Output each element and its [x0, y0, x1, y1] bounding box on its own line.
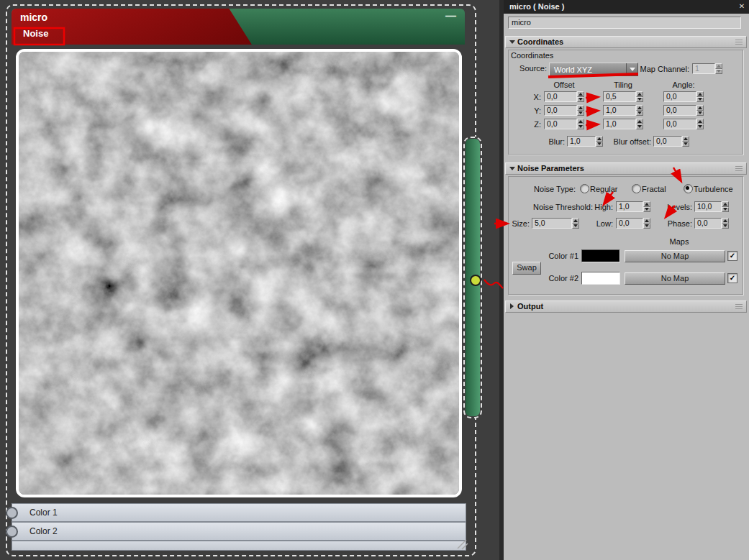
- swap-button[interactable]: Swap: [512, 262, 541, 275]
- source-dropdown[interactable]: World XYZ: [549, 63, 638, 76]
- angle-y-spinner[interactable]: 0,0: [663, 105, 704, 116]
- spinner-down-icon[interactable]: [636, 124, 643, 130]
- color2-label: Color #2: [544, 274, 578, 283]
- spinner-value: 0,0: [616, 218, 643, 229]
- rollout-open-icon: [509, 40, 515, 44]
- radio-turbulence-label[interactable]: Turbulence: [694, 185, 733, 194]
- z-axis-label: Z:: [528, 120, 541, 129]
- node-slot-color1[interactable]: Color 1: [12, 503, 466, 522]
- node-header[interactable]: micro Noise —: [12, 9, 465, 45]
- spinner-up-icon[interactable]: [636, 105, 643, 111]
- spinner-down-icon[interactable]: [636, 97, 643, 103]
- tiling-z-spinner[interactable]: 1,0: [603, 119, 643, 129]
- spinner-up-icon[interactable]: [577, 105, 584, 111]
- blur-spinner[interactable]: 1,0: [567, 136, 603, 147]
- spinner-up-icon[interactable]: [577, 91, 584, 97]
- color1-socket[interactable]: [6, 507, 18, 519]
- minimize-icon[interactable]: —: [445, 9, 456, 22]
- color1-swatch[interactable]: [581, 249, 620, 262]
- radio-fractal-label[interactable]: Fractal: [642, 185, 666, 194]
- spinner-up-icon[interactable]: [722, 201, 729, 207]
- tiling-x-spinner[interactable]: 0,5: [603, 91, 643, 102]
- spinner-down-icon[interactable]: [643, 207, 650, 213]
- blur-offset-spinner[interactable]: 0,0: [653, 136, 689, 147]
- high-spinner[interactable]: 1,0: [616, 201, 650, 212]
- node-output-connector[interactable]: [470, 275, 481, 286]
- offset-y-spinner[interactable]: 0,0: [544, 105, 584, 116]
- color1-map-button[interactable]: No Map: [625, 250, 725, 262]
- panel-titlebar[interactable]: micro ( Noise ) ✕: [504, 0, 749, 14]
- slot-label: Color 2: [29, 526, 58, 536]
- spinner-up-icon[interactable]: [696, 119, 704, 124]
- rollout-output[interactable]: Output: [505, 300, 747, 313]
- map-channel-spinner[interactable]: 1: [692, 63, 722, 74]
- size-spinner[interactable]: 5,0: [532, 218, 579, 229]
- spinner-up-icon[interactable]: [643, 218, 650, 224]
- color2-swatch[interactable]: [581, 272, 620, 285]
- tiling-y-spinner[interactable]: 1,0: [603, 105, 643, 116]
- low-spinner[interactable]: 0,0: [616, 218, 650, 229]
- radio-fractal[interactable]: [632, 184, 641, 193]
- radio-regular-label[interactable]: Regular: [590, 185, 618, 194]
- rollout-coordinates[interactable]: Coordinates: [505, 36, 747, 48]
- spinner-down-icon[interactable]: [722, 207, 729, 213]
- x-axis-label: X:: [528, 93, 541, 102]
- spinner-up-icon[interactable]: [682, 136, 689, 142]
- spinner-down-icon[interactable]: [682, 142, 689, 147]
- spinner-value: 0,0: [663, 119, 696, 129]
- rollout-noise-parameters[interactable]: Noise Parameters: [505, 162, 747, 175]
- radio-turbulence[interactable]: [684, 184, 693, 193]
- spinner-up-icon[interactable]: [577, 119, 584, 124]
- spinner-up-icon[interactable]: [636, 119, 643, 124]
- spinner-down-icon[interactable]: [572, 224, 579, 229]
- panel-title: micro ( Noise ): [509, 2, 564, 11]
- color2-map-button[interactable]: No Map: [625, 272, 725, 285]
- spinner-down-icon[interactable]: [643, 224, 650, 229]
- phase-spinner[interactable]: 0,0: [694, 218, 729, 229]
- spinner-down-icon[interactable]: [696, 111, 704, 116]
- radio-regular[interactable]: [580, 184, 589, 193]
- rollout-grip-icon[interactable]: [735, 304, 743, 310]
- offset-column-label: Offset: [544, 81, 584, 90]
- angle-x-spinner[interactable]: 0,0: [663, 91, 704, 102]
- spinner-down-icon[interactable]: [596, 142, 603, 147]
- noise-preview: [16, 49, 462, 497]
- color1-map-checkbox[interactable]: ✓: [727, 251, 737, 261]
- spinner-down-icon[interactable]: [715, 69, 722, 75]
- rollout-open-icon: [509, 167, 515, 170]
- spinner-down-icon[interactable]: [577, 111, 584, 116]
- offset-z-spinner[interactable]: 0,0: [544, 119, 584, 129]
- color2-socket[interactable]: [6, 525, 18, 538]
- color2-map-checkbox[interactable]: ✓: [727, 273, 737, 283]
- map-name-input[interactable]: micro: [508, 17, 741, 29]
- spinner-up-icon[interactable]: [722, 218, 729, 224]
- spinner-down-icon[interactable]: [722, 224, 729, 229]
- spinner-up-icon[interactable]: [572, 218, 579, 224]
- spinner-up-icon[interactable]: [715, 63, 722, 69]
- noise-type-label: Noise Type:: [524, 185, 576, 194]
- spinner-up-icon[interactable]: [696, 105, 704, 111]
- spinner-down-icon[interactable]: [696, 124, 704, 130]
- close-icon[interactable]: ✕: [737, 1, 747, 12]
- spinner-down-icon[interactable]: [577, 124, 584, 130]
- spinner-down-icon[interactable]: [636, 111, 643, 116]
- coordinates-group-label: Coordinates: [511, 51, 553, 60]
- spinner-up-icon[interactable]: [636, 91, 643, 97]
- node-slot-color2[interactable]: Color 2: [12, 522, 466, 541]
- spinner-value: 0,0: [544, 119, 577, 129]
- rollout-grip-icon[interactable]: [735, 40, 743, 45]
- rollout-grip-icon[interactable]: [735, 166, 743, 172]
- spinner-down-icon[interactable]: [577, 97, 584, 103]
- spinner-up-icon[interactable]: [596, 136, 603, 142]
- noise-texture: [19, 52, 459, 495]
- spinner-up-icon[interactable]: [643, 201, 650, 207]
- phase-label: Phase:: [662, 219, 692, 229]
- noise-node[interactable]: micro Noise — Color 1 Color 2: [6, 4, 476, 556]
- angle-z-spinner[interactable]: 0,0: [663, 119, 704, 129]
- spinner-down-icon[interactable]: [696, 97, 704, 103]
- angle-column-label: Angle:: [663, 81, 704, 90]
- y-axis-label: Y:: [528, 106, 541, 116]
- levels-spinner[interactable]: 10,0: [694, 201, 729, 212]
- offset-x-spinner[interactable]: 0,0: [544, 91, 584, 102]
- spinner-up-icon[interactable]: [696, 91, 704, 97]
